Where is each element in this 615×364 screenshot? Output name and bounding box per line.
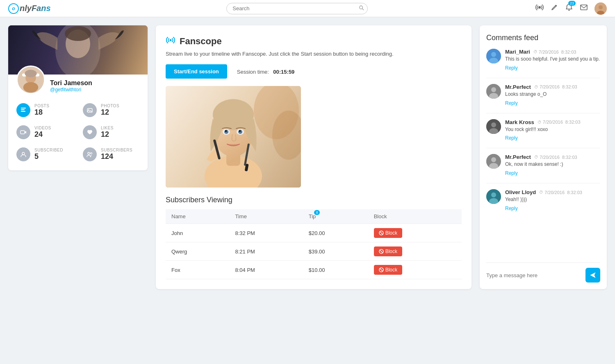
block-icon bbox=[379, 231, 384, 235]
stat-icon-photos bbox=[83, 103, 97, 117]
reply-button[interactable]: Reply bbox=[505, 100, 518, 106]
block-button[interactable]: Block bbox=[374, 228, 402, 238]
clock-icon: ⏱ bbox=[539, 190, 543, 194]
comment-divider bbox=[486, 183, 600, 183]
video-preview bbox=[166, 86, 301, 188]
comment-meta: Mr.Perfect ⏱ 7/20/2016 8:32:03 bbox=[505, 154, 600, 160]
svg-rect-18 bbox=[21, 111, 25, 112]
comment-username: Mr.Perfect bbox=[505, 84, 531, 90]
search-icon bbox=[359, 5, 364, 11]
stat-label: POSTS bbox=[34, 104, 49, 108]
center-content: Fanscope Stream live to your timeline wi… bbox=[156, 25, 472, 289]
subscriber-tip: $20.00 bbox=[303, 224, 368, 242]
comment-text: You rock girl!!! xoxo bbox=[505, 126, 600, 133]
svg-point-15 bbox=[25, 70, 36, 77]
reply-button[interactable]: Reply bbox=[505, 135, 518, 141]
reply-button[interactable]: Reply bbox=[505, 65, 518, 71]
svg-point-2 bbox=[538, 6, 541, 9]
svg-point-14 bbox=[23, 82, 39, 93]
fanscope-header: Fanscope bbox=[166, 35, 462, 47]
fanscope-title: Fanscope bbox=[180, 36, 222, 47]
svg-point-0 bbox=[360, 6, 363, 9]
comment-username: Mark Kross bbox=[505, 119, 534, 125]
search-input[interactable] bbox=[226, 3, 368, 14]
comment-avatar bbox=[486, 154, 501, 169]
edit-icon[interactable] bbox=[550, 3, 558, 14]
svg-rect-21 bbox=[20, 131, 25, 134]
comment-item: Oliver Lloyd ⏱ 7/20/2016 8:32:03 Yeah!! … bbox=[486, 183, 600, 212]
svg-point-25 bbox=[170, 39, 172, 41]
fanscope-icon bbox=[166, 35, 175, 47]
stat-icon-subscribers bbox=[83, 147, 97, 161]
reply-button[interactable]: Reply bbox=[505, 206, 518, 211]
col-header-time: Time bbox=[229, 209, 303, 224]
svg-rect-3 bbox=[581, 5, 587, 10]
comment-item-inner: Mr.Perfect ⏱ 7/20/2016 8:32:03 Ok, now i… bbox=[486, 154, 600, 176]
search-button[interactable] bbox=[359, 5, 364, 12]
block-cell: Block bbox=[368, 242, 462, 261]
tip-count: 8 bbox=[314, 210, 320, 215]
svg-marker-63 bbox=[590, 273, 596, 278]
svg-point-5 bbox=[599, 5, 603, 9]
video-content bbox=[166, 86, 301, 188]
block-cell: Block bbox=[368, 261, 462, 279]
subscriber-time: 8:04 PM bbox=[229, 261, 303, 279]
message-input-row bbox=[486, 262, 600, 283]
comment-time: ⏱ 7/20/2016 8:32:03 bbox=[539, 190, 582, 195]
comment-username: Mari_Mari bbox=[505, 49, 530, 55]
mail-icon[interactable] bbox=[580, 3, 588, 14]
message-input[interactable] bbox=[486, 272, 582, 278]
stat-icon-videos bbox=[16, 125, 30, 139]
signal-icon[interactable] bbox=[535, 3, 544, 14]
profile-name: Tori Jameson bbox=[50, 79, 92, 87]
subscriber-name: John bbox=[166, 224, 229, 242]
col-header-name: Name bbox=[166, 209, 229, 224]
svg-line-45 bbox=[380, 250, 383, 253]
stat-value: 18 bbox=[34, 108, 49, 117]
subscriber-tip: $10.00 bbox=[303, 261, 368, 279]
stat-value: 12 bbox=[101, 108, 119, 117]
comment-text: This is sooo helpful. I've just send you… bbox=[505, 56, 600, 63]
subscribers-table: NameTimeTip8Block John 8:32 PM $20.00 Bl… bbox=[166, 209, 462, 279]
svg-line-47 bbox=[380, 268, 383, 271]
stat-videos: VIDEOS 24 bbox=[13, 123, 76, 142]
comment-item: Mr.Perfect ⏱ 7/20/2016 8:32:03 Looks str… bbox=[486, 78, 600, 106]
avatar-image bbox=[18, 66, 44, 94]
svg-point-37 bbox=[225, 130, 227, 132]
user-avatar[interactable] bbox=[594, 2, 607, 15]
tip-badge: Tip8 bbox=[309, 213, 316, 219]
table-row: Fox 8:04 PM $10.00 Block bbox=[166, 261, 462, 279]
sidebar: Tori Jameson @getfitwithtori POSTS 18 PH… bbox=[8, 25, 148, 289]
comment-body: Mr.Perfect ⏱ 7/20/2016 8:32:03 Ok, now i… bbox=[505, 154, 600, 176]
stat-value: 124 bbox=[101, 152, 132, 161]
comment-divider bbox=[486, 148, 600, 148]
wifi-icon bbox=[166, 35, 175, 45]
stat-label: VIDEOS bbox=[34, 126, 51, 130]
stat-subscribed: SUBSCRIBED 5 bbox=[13, 145, 76, 164]
subscriber-time: 8:21 PM bbox=[229, 242, 303, 261]
send-icon bbox=[590, 272, 596, 278]
comment-body: Oliver Lloyd ⏱ 7/20/2016 8:32:03 Yeah!! … bbox=[505, 189, 600, 212]
table-row: John 8:32 PM $20.00 Block bbox=[166, 224, 462, 242]
profile-handle: @getfitwithtori bbox=[50, 87, 92, 93]
block-button[interactable]: Block bbox=[374, 265, 402, 275]
comment-item-inner: Mark Kross ⏱ 7/20/2016 8:32:03 You rock … bbox=[486, 119, 600, 142]
clock-icon: ⏱ bbox=[538, 120, 542, 124]
send-button[interactable] bbox=[585, 268, 600, 283]
logo[interactable]: o nlyFans bbox=[8, 3, 51, 14]
svg-point-10 bbox=[65, 26, 91, 41]
reply-button[interactable]: Reply bbox=[505, 170, 518, 176]
svg-point-38 bbox=[239, 130, 241, 132]
stat-value: 24 bbox=[34, 130, 51, 139]
block-icon bbox=[379, 267, 384, 272]
start-session-button[interactable]: Start/End session bbox=[166, 64, 227, 79]
block-button[interactable]: Block bbox=[374, 246, 402, 256]
profile-card: Tori Jameson @getfitwithtori POSTS 18 PH… bbox=[8, 25, 148, 170]
comment-text: Ok, now it makes sense! :) bbox=[505, 161, 600, 168]
comment-meta: Mr.Perfect ⏱ 7/20/2016 8:32:03 bbox=[505, 84, 600, 90]
svg-point-55 bbox=[491, 122, 496, 127]
comment-meta: Mark Kross ⏱ 7/20/2016 8:32:03 bbox=[505, 119, 600, 125]
comment-item: Mark Kross ⏱ 7/20/2016 8:32:03 You rock … bbox=[486, 113, 600, 142]
comment-body: Mr.Perfect ⏱ 7/20/2016 8:32:03 Looks str… bbox=[505, 84, 600, 106]
bell-icon[interactable]: 23 bbox=[565, 3, 573, 14]
